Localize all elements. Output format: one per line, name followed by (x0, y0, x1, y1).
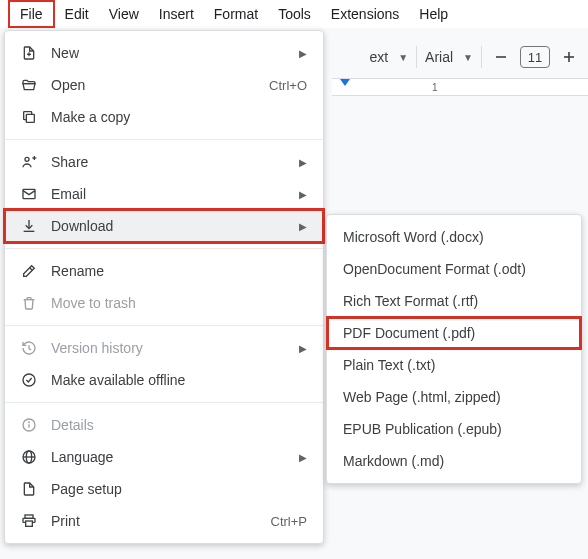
copy-icon (19, 107, 39, 127)
increase-font-button[interactable] (558, 46, 580, 68)
menu-print[interactable]: Print Ctrl+P (5, 505, 323, 537)
menu-divider (5, 139, 323, 140)
submenu-label: EPUB Publication (.epub) (343, 421, 502, 437)
menu-label: Download (51, 218, 299, 234)
shortcut-label: Ctrl+O (269, 78, 307, 93)
folder-open-icon (19, 75, 39, 95)
toolbar-divider (481, 46, 482, 68)
download-html[interactable]: Web Page (.html, zipped) (327, 381, 581, 413)
download-submenu: Microsoft Word (.docx) OpenDocument Form… (326, 214, 582, 484)
download-epub[interactable]: EPUB Publication (.epub) (327, 413, 581, 445)
chevron-right-icon: ▶ (299, 452, 307, 463)
download-txt[interactable]: Plain Text (.txt) (327, 349, 581, 381)
download-odt[interactable]: OpenDocument Format (.odt) (327, 253, 581, 285)
menubar-extensions[interactable]: Extensions (321, 2, 409, 26)
style-label: ext (369, 49, 392, 65)
menu-label: Email (51, 186, 299, 202)
font-size-input[interactable]: 11 (520, 46, 550, 68)
email-icon (19, 184, 39, 204)
menu-details: Details (5, 409, 323, 441)
svg-rect-23 (26, 521, 33, 526)
toolbar-divider (416, 46, 417, 68)
trash-icon (19, 293, 39, 313)
menubar-format[interactable]: Format (204, 2, 268, 26)
menubar: File Edit View Insert Format Tools Exten… (0, 0, 588, 28)
menu-label: New (51, 45, 299, 61)
download-docx[interactable]: Microsoft Word (.docx) (327, 221, 581, 253)
menu-open[interactable]: Open Ctrl+O (5, 69, 323, 101)
toolbar-fragment: ext ▼ Arial ▼ 11 (361, 40, 588, 74)
menu-label: Details (51, 417, 307, 433)
menu-download[interactable]: Download ▶ (5, 210, 323, 242)
menubar-file[interactable]: File (8, 0, 55, 28)
menu-label: Page setup (51, 481, 307, 497)
new-file-icon (19, 43, 39, 63)
file-menu: New ▶ Open Ctrl+O Make a copy Share ▶ Em… (4, 30, 324, 544)
font-label: Arial (425, 49, 457, 65)
download-md[interactable]: Markdown (.md) (327, 445, 581, 477)
chevron-down-icon: ▼ (463, 52, 473, 63)
download-pdf[interactable]: PDF Document (.pdf) (327, 317, 581, 349)
menu-language[interactable]: Language ▶ (5, 441, 323, 473)
rename-icon (19, 261, 39, 281)
svg-point-6 (25, 157, 29, 161)
menubar-tools[interactable]: Tools (268, 2, 321, 26)
chevron-down-icon: ▼ (398, 52, 408, 63)
chevron-right-icon: ▶ (299, 343, 307, 354)
download-rtf[interactable]: Rich Text Format (.rtf) (327, 285, 581, 317)
menu-label: Version history (51, 340, 299, 356)
ruler-number: 1 (432, 82, 438, 93)
menu-make-copy[interactable]: Make a copy (5, 101, 323, 133)
font-selector[interactable]: Arial ▼ (425, 49, 473, 65)
submenu-label: Rich Text Format (.rtf) (343, 293, 478, 309)
svg-point-18 (29, 422, 30, 423)
decrease-font-button[interactable] (490, 46, 512, 68)
submenu-label: Microsoft Word (.docx) (343, 229, 484, 245)
menu-share[interactable]: Share ▶ (5, 146, 323, 178)
submenu-label: PDF Document (.pdf) (343, 325, 475, 341)
submenu-label: OpenDocument Format (.odt) (343, 261, 526, 277)
shortcut-label: Ctrl+P (271, 514, 307, 529)
indent-marker-icon[interactable] (340, 79, 350, 86)
svg-rect-5 (26, 114, 34, 122)
info-icon (19, 415, 39, 435)
menu-label: Language (51, 449, 299, 465)
menu-move-to-trash: Move to trash (5, 287, 323, 319)
svg-point-15 (23, 374, 35, 386)
download-icon (19, 216, 39, 236)
share-icon (19, 152, 39, 172)
menubar-edit[interactable]: Edit (55, 2, 99, 26)
submenu-label: Markdown (.md) (343, 453, 444, 469)
submenu-label: Web Page (.html, zipped) (343, 389, 501, 405)
font-size-value: 11 (528, 50, 542, 65)
menu-email[interactable]: Email ▶ (5, 178, 323, 210)
svg-line-14 (29, 349, 31, 350)
chevron-right-icon: ▶ (299, 189, 307, 200)
ruler: 1 (332, 78, 588, 96)
svg-line-12 (30, 268, 33, 271)
menu-page-setup[interactable]: Page setup (5, 473, 323, 505)
menu-label: Rename (51, 263, 307, 279)
style-selector[interactable]: ext ▼ (369, 49, 408, 65)
menu-label: Share (51, 154, 299, 170)
menu-label: Make a copy (51, 109, 307, 125)
print-icon (19, 511, 39, 531)
page-setup-icon (19, 479, 39, 499)
chevron-right-icon: ▶ (299, 221, 307, 232)
menubar-view[interactable]: View (99, 2, 149, 26)
menu-divider (5, 325, 323, 326)
menu-new[interactable]: New ▶ (5, 37, 323, 69)
chevron-right-icon: ▶ (299, 157, 307, 168)
menu-label: Open (51, 77, 269, 93)
history-icon (19, 338, 39, 358)
offline-icon (19, 370, 39, 390)
menu-version-history: Version history ▶ (5, 332, 323, 364)
menu-divider (5, 248, 323, 249)
menubar-insert[interactable]: Insert (149, 2, 204, 26)
menu-label: Move to trash (51, 295, 307, 311)
chevron-right-icon: ▶ (299, 48, 307, 59)
menu-offline[interactable]: Make available offline (5, 364, 323, 396)
menu-rename[interactable]: Rename (5, 255, 323, 287)
menu-divider (5, 402, 323, 403)
menubar-help[interactable]: Help (409, 2, 458, 26)
